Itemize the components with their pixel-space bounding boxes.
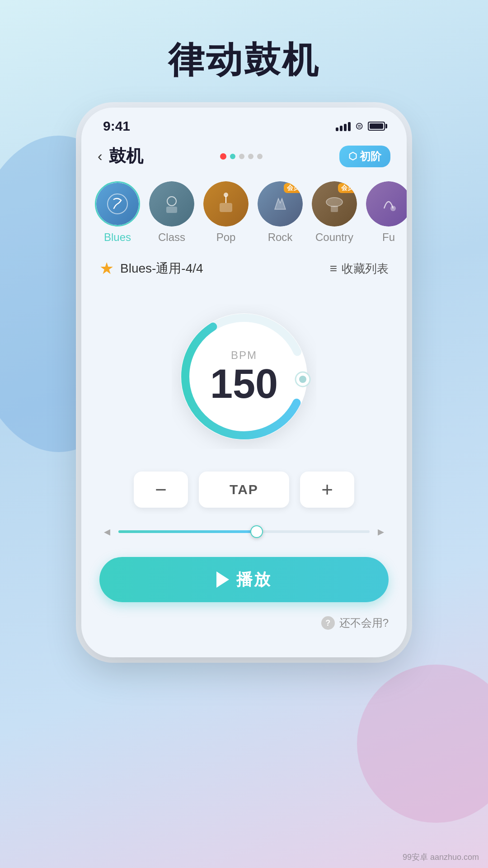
genre-tabs: Blues Class [81, 177, 407, 248]
svg-point-5 [224, 193, 228, 197]
tap-button[interactable]: TAP [199, 472, 289, 508]
help-section: ? 还不会用? [81, 609, 407, 635]
battery-icon [368, 122, 385, 131]
track-name: Blues-通用-4/4 [120, 260, 203, 277]
progress-dots [230, 154, 263, 159]
genre-avatar-class [149, 181, 194, 226]
volume-thumb[interactable] [250, 525, 263, 538]
svg-point-1 [167, 197, 176, 206]
genre-item-fu[interactable]: Fu [366, 181, 407, 244]
svg-point-13 [299, 376, 306, 383]
bpm-label: BPM [210, 349, 278, 362]
genre-item-class[interactable]: Class [149, 181, 194, 244]
svg-rect-3 [220, 203, 232, 212]
genre-item-blues[interactable]: Blues [95, 181, 140, 244]
level-badge-label: 初阶 [360, 149, 381, 164]
genre-label-fu: Fu [382, 231, 395, 244]
play-icon [216, 571, 229, 588]
bpm-decrease-button[interactable]: − [134, 472, 188, 508]
phone-mockup: 9:41 ⊜ ‹ 鼓机 ⬡ 初阶 [81, 108, 407, 657]
wifi-icon: ⊜ [355, 120, 363, 132]
signal-icon [336, 121, 351, 131]
genre-avatar-blues [95, 181, 140, 226]
bpm-value: 150 [210, 363, 278, 404]
status-icons: ⊜ [336, 120, 385, 132]
bpm-center: BPM 150 [210, 349, 278, 404]
volume-section: ◂ ▸ [81, 517, 407, 546]
play-button[interactable]: 播放 [99, 557, 389, 602]
volume-slider[interactable] [118, 530, 370, 533]
list-icon: ≡ [330, 261, 337, 276]
playlist-button[interactable]: ≡ 收藏列表 [330, 261, 389, 277]
genre-avatar-country: 会员 [312, 181, 357, 226]
genre-label-rock: Rock [268, 231, 293, 244]
svg-rect-2 [166, 207, 177, 213]
member-badge-country: 会员 [338, 183, 357, 193]
svg-rect-7 [331, 206, 338, 212]
genre-label-class: Class [158, 231, 185, 244]
back-button[interactable]: ‹ [98, 148, 103, 165]
genre-avatar-pop [203, 181, 249, 226]
svg-point-6 [326, 198, 343, 207]
genre-avatar-rock: 会员 [258, 181, 303, 226]
genre-item-rock[interactable]: 会员 Rock [258, 181, 303, 244]
page-title: 鼓机 [109, 145, 143, 168]
track-left: ★ Blues-通用-4/4 [99, 259, 203, 278]
volume-low-icon: ◂ [104, 524, 110, 539]
status-bar: 9:41 ⊜ [81, 108, 407, 137]
cube-icon: ⬡ [348, 151, 357, 162]
controls: − TAP + [81, 462, 407, 517]
bpm-section: BPM 150 [81, 286, 407, 462]
genre-item-pop[interactable]: Pop [203, 181, 249, 244]
playlist-label: 收藏列表 [342, 261, 389, 277]
watermark: 99安卓 aanzhuo.com [403, 852, 479, 863]
svg-point-8 [390, 206, 396, 211]
track-info: ★ Blues-通用-4/4 ≡ 收藏列表 [81, 251, 407, 286]
genre-label-country: Country [315, 231, 353, 244]
rec-dot [220, 153, 226, 160]
genre-label-pop: Pop [216, 231, 236, 244]
volume-high-icon: ▸ [378, 524, 384, 539]
genre-label-blues: Blues [104, 231, 131, 244]
bpm-dial[interactable]: BPM 150 [172, 304, 316, 449]
recording-indicator [220, 153, 263, 160]
bg-decoration-right [357, 665, 488, 823]
genre-item-country[interactable]: 会员 Country [312, 181, 357, 244]
header: ‹ 鼓机 ⬡ 初阶 [81, 137, 407, 177]
volume-fill [118, 530, 257, 533]
help-text[interactable]: 还不会用? [339, 616, 389, 630]
genre-avatar-fu [366, 181, 407, 226]
help-icon: ? [321, 616, 335, 630]
play-section: 播放 [81, 546, 407, 609]
app-title: 律动鼓机 [168, 36, 320, 85]
header-left: ‹ 鼓机 [98, 145, 143, 168]
level-badge[interactable]: ⬡ 初阶 [339, 146, 390, 167]
favorite-star-icon: ★ [99, 259, 114, 278]
play-label: 播放 [236, 569, 272, 591]
member-badge-rock: 会员 [284, 183, 303, 193]
status-time: 9:41 [103, 118, 130, 134]
bpm-increase-button[interactable]: + [300, 472, 354, 508]
